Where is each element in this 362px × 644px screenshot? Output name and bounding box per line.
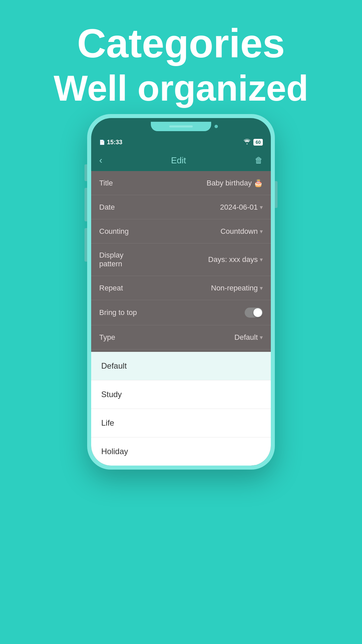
wifi-icon: [243, 139, 251, 146]
side-button-power: [275, 181, 278, 208]
date-chevron: ▾: [260, 204, 263, 211]
side-button-vol-down: [84, 228, 87, 262]
hero-line2: Well organized: [0, 66, 362, 110]
status-bar: 📄 15:33 60: [91, 135, 271, 150]
status-right-icons: 60: [243, 139, 263, 146]
hero-line1: Categories: [0, 20, 362, 66]
display-pattern-label: Display: [99, 251, 123, 260]
repeat-label: Repeat: [99, 284, 123, 292]
title-value: Baby birthday 🎂: [206, 179, 263, 187]
side-button-mute: [84, 164, 87, 181]
title-label: Title: [99, 179, 113, 187]
notch-pill: [169, 125, 193, 127]
type-dropdown: Default Study Life Holiday: [91, 352, 271, 466]
date-row[interactable]: Date 2024-06-01 ▾: [91, 195, 271, 219]
phone-screen: 📄 15:33 60 ‹: [91, 118, 271, 466]
hero-section: Categories Well organized: [0, 0, 362, 110]
notch-dot: [215, 125, 218, 128]
bring-to-top-toggle[interactable]: [245, 308, 263, 318]
side-button-vol-up: [84, 188, 87, 221]
display-pattern-label-block: Display pattern: [99, 251, 123, 268]
display-pattern-label2: pattern: [99, 260, 123, 268]
battery-display: 60: [253, 139, 263, 146]
time-display: 15:33: [107, 139, 122, 146]
counting-value: Countdown ▾: [221, 227, 263, 236]
counting-label: Counting: [99, 227, 129, 236]
notch: [151, 122, 211, 131]
counting-chevron: ▾: [260, 228, 263, 235]
dropdown-item-study[interactable]: Study: [91, 380, 271, 409]
type-row[interactable]: Type Default ▾: [91, 325, 271, 350]
nav-title: Edit: [171, 155, 186, 166]
trash-button[interactable]: 🗑: [255, 156, 263, 165]
bring-to-top-label: Bring to top: [99, 308, 137, 317]
doc-icon: 📄: [99, 140, 105, 145]
repeat-row[interactable]: Repeat Non-repeating ▾: [91, 276, 271, 300]
form-rows: Title Baby birthday 🎂 Date 2024-06-01 ▾ …: [91, 171, 271, 374]
counting-row[interactable]: Counting Countdown ▾: [91, 219, 271, 244]
title-row[interactable]: Title Baby birthday 🎂: [91, 171, 271, 195]
dropdown-item-life[interactable]: Life: [91, 409, 271, 437]
date-value: 2024-06-01 ▾: [220, 203, 263, 212]
display-pattern-chevron: ▾: [260, 256, 263, 263]
notch-area: [91, 118, 271, 135]
type-value: Default ▾: [234, 333, 263, 342]
type-label: Type: [99, 333, 115, 342]
repeat-chevron: ▾: [260, 284, 263, 292]
toggle-knob: [253, 308, 262, 317]
type-chevron: ▾: [260, 334, 263, 341]
dropdown-item-holiday[interactable]: Holiday: [91, 437, 271, 466]
dropdown-item-default[interactable]: Default: [91, 352, 271, 380]
bring-to-top-row: Bring to top: [91, 300, 271, 325]
display-pattern-value: Days: xxx days ▾: [208, 255, 263, 264]
status-time: 📄 15:33: [99, 139, 122, 146]
screen-content: Title Baby birthday 🎂 Date 2024-06-01 ▾ …: [91, 171, 271, 466]
nav-bar: ‹ Edit 🗑: [91, 150, 271, 171]
display-pattern-row[interactable]: Display pattern Days: xxx days ▾: [91, 244, 271, 276]
date-label: Date: [99, 203, 115, 212]
phone-mockup: 📄 15:33 60 ‹: [87, 114, 275, 470]
repeat-value: Non-repeating ▾: [211, 284, 263, 292]
phone-outer: 📄 15:33 60 ‹: [87, 114, 275, 470]
back-button[interactable]: ‹: [99, 155, 102, 166]
